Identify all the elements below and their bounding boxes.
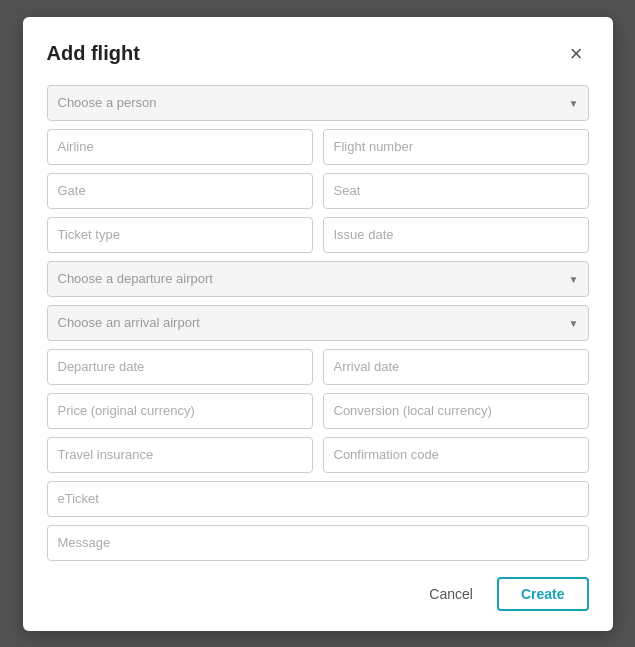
departure-airport-row: Choose a departure airport xyxy=(47,261,589,297)
departure-airport-select[interactable]: Choose a departure airport xyxy=(47,261,589,297)
person-select-wrapper: Choose a person xyxy=(47,85,589,121)
confirmation-code-input[interactable] xyxy=(323,437,589,473)
departure-airport-select-wrapper: Choose a departure airport xyxy=(47,261,589,297)
message-row xyxy=(47,525,589,561)
arrival-airport-select-wrapper: Choose an arrival airport xyxy=(47,305,589,341)
eticket-row xyxy=(47,481,589,517)
cancel-button[interactable]: Cancel xyxy=(419,580,483,608)
person-row: Choose a person xyxy=(47,85,589,121)
price-original-input[interactable] xyxy=(47,393,313,429)
gate-input[interactable] xyxy=(47,173,313,209)
tickettype-issuedate-row xyxy=(47,217,589,253)
insurance-confirmation-row xyxy=(47,437,589,473)
create-button[interactable]: Create xyxy=(497,577,589,611)
conversion-local-input[interactable] xyxy=(323,393,589,429)
price-conversion-row xyxy=(47,393,589,429)
arrival-date-input[interactable] xyxy=(323,349,589,385)
arrival-airport-row: Choose an arrival airport xyxy=(47,305,589,341)
message-input[interactable] xyxy=(47,525,589,561)
modal-title: Add flight xyxy=(47,42,140,65)
issue-date-input[interactable] xyxy=(323,217,589,253)
departure-date-input[interactable] xyxy=(47,349,313,385)
gate-seat-row xyxy=(47,173,589,209)
close-button[interactable]: × xyxy=(564,41,589,67)
modal-header: Add flight × xyxy=(47,41,589,67)
modal-footer: Cancel Create xyxy=(47,577,589,611)
modal-overlay: Add flight × Choose a person xyxy=(0,0,635,647)
eticket-input[interactable] xyxy=(47,481,589,517)
airline-flightnumber-row xyxy=(47,129,589,165)
airline-input[interactable] xyxy=(47,129,313,165)
travel-insurance-input[interactable] xyxy=(47,437,313,473)
dates-row xyxy=(47,349,589,385)
person-select[interactable]: Choose a person xyxy=(47,85,589,121)
seat-input[interactable] xyxy=(323,173,589,209)
ticket-type-input[interactable] xyxy=(47,217,313,253)
add-flight-modal: Add flight × Choose a person xyxy=(23,17,613,631)
arrival-airport-select[interactable]: Choose an arrival airport xyxy=(47,305,589,341)
flight-number-input[interactable] xyxy=(323,129,589,165)
